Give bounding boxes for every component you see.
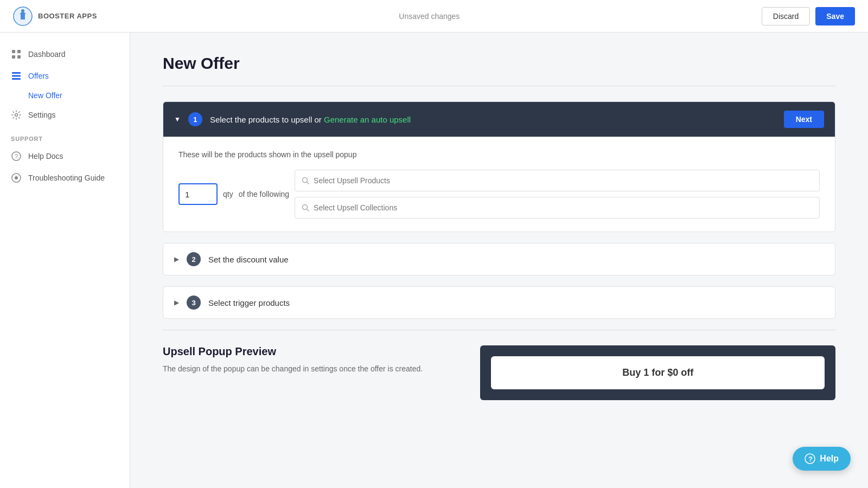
step-2-badge: 2 xyxy=(187,252,201,266)
logo-text: BOOSTER APPS xyxy=(38,12,97,20)
step-3-card: ▶ 3 Select trigger products xyxy=(163,286,835,319)
sidebar-item-offers[interactable]: Offers xyxy=(0,65,130,87)
step-3-chevron-icon: ▶ xyxy=(174,299,179,306)
preview-popup-col: Buy 1 for $0 off xyxy=(480,345,835,400)
step-1-body: These will be the products shown in the … xyxy=(163,137,835,232)
search-fields xyxy=(295,170,820,219)
sidebar-item-troubleshooting-label: Troubleshooting Guide xyxy=(28,174,105,182)
help-fab-button[interactable]: ? Help xyxy=(793,447,851,471)
help-fab-icon: ? xyxy=(805,453,815,464)
search-icon xyxy=(302,177,309,184)
topbar: BOOSTER APPS Unsaved changes Discard Sav… xyxy=(0,0,868,33)
svg-rect-6 xyxy=(12,72,21,74)
preview-desc: The design of the popup can be changed i… xyxy=(163,363,458,375)
svg-rect-2 xyxy=(12,50,15,53)
svg-point-9 xyxy=(15,114,18,117)
save-button[interactable]: Save xyxy=(815,7,855,25)
step-1-header[interactable]: ▼ 1 Select the products to upsell or Gen… xyxy=(163,102,835,137)
svg-rect-8 xyxy=(12,78,21,80)
sidebar-item-dashboard-label: Dashboard xyxy=(28,50,66,59)
sidebar-item-new-offer-label: New Offer xyxy=(28,91,62,100)
svg-point-13 xyxy=(15,176,18,179)
discard-button[interactable]: Discard xyxy=(762,7,810,25)
settings-icon xyxy=(11,110,22,120)
logo: BOOSTER APPS xyxy=(13,7,97,26)
qty-input[interactable] xyxy=(178,183,218,205)
step-1-desc: These will be the products shown in the … xyxy=(178,150,820,159)
main-content: New Offer ▼ 1 Select the products to ups… xyxy=(130,33,868,488)
popup-deal-text: Buy 1 for $0 off xyxy=(507,367,808,378)
collections-search-wrap[interactable] xyxy=(295,197,820,219)
divider xyxy=(163,86,835,86)
sidebar-item-troubleshooting[interactable]: Troubleshooting Guide xyxy=(0,167,130,189)
svg-point-14 xyxy=(303,178,308,183)
step-3-header[interactable]: ▶ 3 Select trigger products xyxy=(163,287,835,318)
sidebar-item-dashboard[interactable]: Dashboard xyxy=(0,43,130,65)
svg-rect-3 xyxy=(17,50,21,53)
products-search-wrap[interactable] xyxy=(295,170,820,191)
svg-rect-5 xyxy=(17,55,21,59)
guide-icon xyxy=(11,172,22,183)
collections-search-input[interactable] xyxy=(314,203,813,212)
sidebar-item-settings[interactable]: Settings xyxy=(0,104,130,126)
divider-2 xyxy=(163,330,835,330)
layout: Dashboard Offers New Offer Settin xyxy=(0,33,868,488)
sidebar-item-new-offer[interactable]: New Offer xyxy=(0,87,130,104)
step-1-next-button[interactable]: Next xyxy=(784,111,824,128)
sidebar-item-offers-label: Offers xyxy=(28,72,49,80)
svg-text:?: ? xyxy=(808,455,813,463)
popup-inner: Buy 1 for $0 off xyxy=(491,356,825,389)
sidebar-item-settings-label: Settings xyxy=(28,111,56,119)
step-2-title: Set the discount value xyxy=(208,255,824,264)
preview-section: Upsell Popup Preview The design of the p… xyxy=(163,345,835,400)
step-2-header[interactable]: ▶ 2 Set the discount value xyxy=(163,243,835,275)
sidebar-item-help-docs-label: Help Docs xyxy=(28,152,63,160)
preview-title: Upsell Popup Preview xyxy=(163,345,458,358)
svg-point-15 xyxy=(303,205,308,210)
topbar-actions: Discard Save xyxy=(762,7,855,25)
sidebar-item-help-docs[interactable]: ? Help Docs xyxy=(0,145,130,167)
dashboard-icon xyxy=(11,49,22,60)
help-fab-label: Help xyxy=(820,454,839,464)
page-title: New Offer xyxy=(163,54,835,73)
svg-point-1 xyxy=(21,9,24,12)
search-icon-2 xyxy=(302,204,309,211)
step-1-chevron-icon: ▼ xyxy=(174,115,181,123)
svg-rect-4 xyxy=(12,55,15,59)
step-1-title: Select the products to upsell or Generat… xyxy=(210,115,776,124)
step-3-badge: 3 xyxy=(187,296,201,310)
of-label: of the following xyxy=(239,190,289,198)
help-icon: ? xyxy=(11,151,22,162)
svg-rect-7 xyxy=(12,75,21,77)
offers-icon xyxy=(11,70,22,81)
qty-label: qty xyxy=(223,190,233,198)
svg-text:?: ? xyxy=(15,153,18,159)
step-1-card: ▼ 1 Select the products to upsell or Gen… xyxy=(163,101,835,232)
step-2-card: ▶ 2 Set the discount value xyxy=(163,243,835,275)
preview-text-col: Upsell Popup Preview The design of the p… xyxy=(163,345,458,375)
step-1-badge: 1 xyxy=(188,112,202,126)
qty-row: qty of the following xyxy=(178,170,820,219)
step-2-chevron-icon: ▶ xyxy=(174,255,179,263)
booster-logo-icon xyxy=(13,7,33,26)
products-search-input[interactable] xyxy=(314,176,813,185)
step-1-title-prefix: Select the products to upsell or xyxy=(210,115,324,124)
sidebar: Dashboard Offers New Offer Settin xyxy=(0,33,130,488)
step-3-title: Select trigger products xyxy=(208,298,824,307)
unsaved-label: Unsaved changes xyxy=(399,12,459,21)
step-1-title-link[interactable]: Generate an auto upsell xyxy=(324,115,411,124)
support-section-label: SUPPORT xyxy=(0,126,130,145)
